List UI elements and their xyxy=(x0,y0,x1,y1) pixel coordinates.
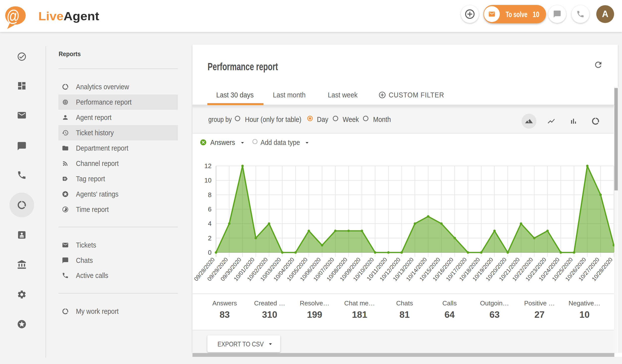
svg-text:4: 4 xyxy=(208,220,212,227)
svg-text:12: 12 xyxy=(204,162,212,170)
svg-text:@: @ xyxy=(6,7,20,25)
svg-text:2: 2 xyxy=(208,234,212,242)
svg-text:8: 8 xyxy=(208,191,212,199)
svg-text:0: 0 xyxy=(208,249,212,256)
svg-text:6: 6 xyxy=(208,205,212,213)
svg-text:10: 10 xyxy=(204,177,212,184)
